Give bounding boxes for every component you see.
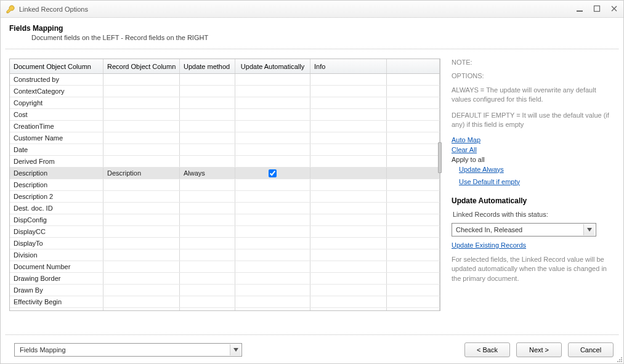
table-row[interactable]: Derived From	[10, 156, 440, 168]
always-desc: ALWAYS = The update will overwrite any d…	[452, 86, 615, 105]
update-auto-title: Update Automatically	[452, 196, 615, 205]
side-panel: NOTE: OPTIONS: ALWAYS = The update will …	[440, 59, 618, 328]
page-title: Fields Mapping	[9, 24, 615, 33]
footer: Fields Mapping < Back Next > Cancel	[6, 334, 618, 363]
chevron-down-icon[interactable]	[583, 224, 594, 235]
table-row[interactable]: CreationTime	[10, 121, 440, 132]
close-icon[interactable]	[610, 5, 618, 14]
apply-all-label: Apply to all	[452, 156, 615, 163]
table-row[interactable]: Effectivity End	[10, 308, 440, 310]
table-row[interactable]: Document Number	[10, 261, 440, 273]
default-desc: DEFAULT IF EMPTY = It will use the defau…	[452, 111, 615, 130]
table-row[interactable]: Description 2	[10, 191, 440, 203]
table-row[interactable]: Cost	[10, 109, 440, 121]
side-scroll-thumb[interactable]	[438, 142, 442, 173]
svg-point-3	[621, 359, 622, 360]
maximize-icon[interactable]	[593, 5, 601, 14]
col-info[interactable]: Info	[310, 59, 387, 73]
table-row[interactable]: Description	[10, 179, 440, 191]
table-row[interactable]: Drawing Border	[10, 273, 440, 285]
svg-point-6	[619, 361, 620, 362]
table-row[interactable]: DispConfig	[10, 214, 440, 226]
table-row[interactable]: Effectivity Begin	[10, 296, 440, 308]
grid-header: Document Object Column Record Object Col…	[10, 59, 440, 74]
status-combo-value: Checked In, Released	[456, 226, 522, 233]
grid-body[interactable]: Constructed byContextCategoryCopyrightCo…	[10, 74, 440, 310]
table-row[interactable]: Date	[10, 144, 440, 156]
resize-grip-icon[interactable]	[615, 355, 623, 363]
use-default-link[interactable]: Use Default if empty	[459, 178, 520, 185]
table-row[interactable]: ContextCategory	[10, 86, 440, 97]
page-subtitle: Document fields on the LEFT - Record fie…	[9, 34, 615, 41]
col-update-method[interactable]: Update method	[180, 59, 235, 73]
svg-rect-0	[577, 10, 583, 12]
svg-point-4	[621, 361, 622, 362]
svg-rect-1	[594, 6, 600, 11]
clear-all-link[interactable]: Clear All	[452, 146, 477, 153]
table-row[interactable]: Dest. doc. ID	[10, 203, 440, 214]
minimize-icon[interactable]	[575, 5, 584, 14]
step-combo[interactable]: Fields Mapping	[14, 343, 242, 357]
wrench-icon	[6, 4, 15, 14]
svg-point-7	[617, 361, 618, 362]
table-row[interactable]: Drawn By	[10, 285, 440, 296]
auto-checkbox[interactable]	[269, 169, 277, 177]
header-panel: Fields Mapping Document fields on the LE…	[1, 18, 623, 46]
titlebar: Linked Record Options	[1, 1, 623, 18]
cancel-button[interactable]: Cancel	[568, 342, 614, 357]
next-button[interactable]: Next >	[516, 342, 562, 357]
step-combo-value: Fields Mapping	[20, 346, 66, 354]
table-row[interactable]: Division	[10, 249, 440, 261]
back-button[interactable]: < Back	[464, 342, 510, 357]
status-combo[interactable]: Checked In, Released	[452, 223, 596, 237]
table-row[interactable]: Customer Name	[10, 132, 440, 144]
table-row[interactable]: Constructed by	[10, 74, 440, 86]
table-row[interactable]: Copyright	[10, 97, 440, 109]
chevron-down-icon[interactable]	[230, 344, 241, 355]
mapping-grid[interactable]: Document Object Column Record Object Col…	[9, 59, 440, 311]
col-extra	[387, 59, 440, 73]
window-title: Linked Record Options	[19, 6, 575, 13]
svg-point-5	[619, 359, 620, 360]
note-label: NOTE:	[452, 59, 615, 66]
col-update-auto[interactable]: Update Automatically	[235, 59, 310, 73]
svg-point-2	[621, 357, 622, 358]
col-document[interactable]: Document Object Column	[10, 59, 103, 73]
update-always-link[interactable]: Update Always	[459, 166, 504, 173]
table-row[interactable]: DescriptionDescriptionAlways	[10, 168, 440, 179]
table-row[interactable]: DisplayTo	[10, 238, 440, 249]
auto-map-link[interactable]: Auto Map	[452, 136, 480, 144]
update-existing-link[interactable]: Update Existing Records	[452, 241, 526, 249]
options-label: OPTIONS:	[452, 72, 615, 79]
linked-status-label: Linked Records with this status:	[452, 210, 615, 219]
col-record[interactable]: Record Object Column	[103, 59, 180, 73]
table-row[interactable]: DisplayCC	[10, 226, 440, 238]
update-existing-desc: For selected fields, the Linked Record v…	[452, 255, 615, 283]
